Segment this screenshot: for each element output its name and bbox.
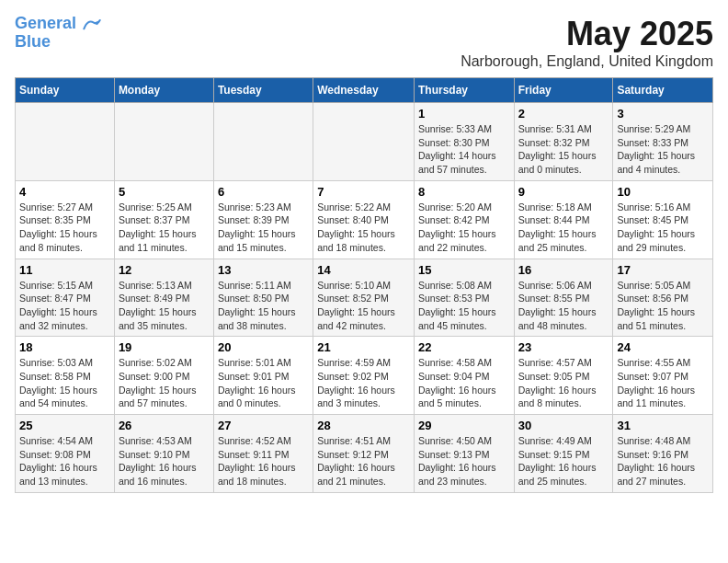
day-info: Sunrise: 4:59 AMSunset: 9:02 PMDaylight:… bbox=[317, 356, 410, 410]
calendar-cell: 8Sunrise: 5:20 AMSunset: 8:42 PMDaylight… bbox=[414, 180, 514, 259]
calendar-cell: 22Sunrise: 4:58 AMSunset: 9:04 PMDayligh… bbox=[414, 337, 514, 415]
day-info: Sunrise: 4:50 AMSunset: 9:13 PMDaylight:… bbox=[418, 434, 510, 488]
calendar-body: 1Sunrise: 5:33 AMSunset: 8:30 PMDaylight… bbox=[16, 103, 713, 493]
calendar-cell: 2Sunrise: 5:31 AMSunset: 8:32 PMDaylight… bbox=[514, 103, 613, 181]
calendar-cell bbox=[114, 103, 213, 181]
week-row-1: 1Sunrise: 5:33 AMSunset: 8:30 PMDaylight… bbox=[16, 103, 713, 181]
day-header-tuesday: Tuesday bbox=[213, 78, 313, 103]
day-header-thursday: Thursday bbox=[414, 78, 514, 103]
calendar-cell: 31Sunrise: 4:48 AMSunset: 9:16 PMDayligh… bbox=[613, 415, 713, 493]
day-info: Sunrise: 5:08 AMSunset: 8:53 PMDaylight:… bbox=[418, 279, 510, 333]
day-info: Sunrise: 5:33 AMSunset: 8:30 PMDaylight:… bbox=[418, 122, 510, 177]
calendar-cell: 1Sunrise: 5:33 AMSunset: 8:30 PMDaylight… bbox=[414, 103, 514, 181]
day-info: Sunrise: 5:23 AMSunset: 8:39 PMDaylight:… bbox=[218, 201, 309, 255]
week-row-5: 25Sunrise: 4:54 AMSunset: 9:08 PMDayligh… bbox=[16, 415, 713, 493]
day-info: Sunrise: 5:22 AMSunset: 8:40 PMDaylight:… bbox=[317, 201, 410, 255]
day-info: Sunrise: 5:02 AMSunset: 9:00 PMDaylight:… bbox=[119, 356, 210, 410]
day-number: 16 bbox=[518, 263, 609, 277]
day-info: Sunrise: 4:53 AMSunset: 9:10 PMDaylight:… bbox=[119, 434, 210, 488]
calendar-cell: 20Sunrise: 5:01 AMSunset: 9:01 PMDayligh… bbox=[213, 337, 313, 415]
day-header-saturday: Saturday bbox=[613, 78, 713, 103]
day-info: Sunrise: 5:13 AMSunset: 8:49 PMDaylight:… bbox=[119, 279, 210, 333]
day-header-monday: Monday bbox=[114, 78, 213, 103]
day-number: 14 bbox=[317, 263, 410, 277]
day-info: Sunrise: 5:20 AMSunset: 8:42 PMDaylight:… bbox=[418, 201, 510, 255]
calendar-cell: 12Sunrise: 5:13 AMSunset: 8:49 PMDayligh… bbox=[114, 259, 213, 337]
calendar-cell: 7Sunrise: 5:22 AMSunset: 8:40 PMDaylight… bbox=[313, 180, 415, 259]
day-number: 23 bbox=[518, 340, 609, 354]
calendar-cell: 11Sunrise: 5:15 AMSunset: 8:47 PMDayligh… bbox=[16, 259, 115, 337]
calendar-cell: 17Sunrise: 5:05 AMSunset: 8:56 PMDayligh… bbox=[613, 259, 713, 337]
title-section: May 2025 Narborough, England, United Kin… bbox=[461, 15, 713, 70]
calendar-cell bbox=[213, 103, 313, 181]
day-info: Sunrise: 4:55 AMSunset: 9:07 PMDaylight:… bbox=[617, 356, 709, 410]
calendar-cell: 6Sunrise: 5:23 AMSunset: 8:39 PMDaylight… bbox=[213, 180, 313, 259]
day-number: 15 bbox=[418, 263, 510, 277]
day-number: 4 bbox=[19, 185, 110, 199]
day-number: 27 bbox=[218, 419, 309, 432]
calendar-cell: 3Sunrise: 5:29 AMSunset: 8:33 PMDaylight… bbox=[613, 103, 713, 181]
day-number: 3 bbox=[617, 107, 709, 121]
calendar-cell: 19Sunrise: 5:02 AMSunset: 9:00 PMDayligh… bbox=[114, 337, 213, 415]
calendar-cell: 23Sunrise: 4:57 AMSunset: 9:05 PMDayligh… bbox=[514, 337, 613, 415]
calendar-cell: 4Sunrise: 5:27 AMSunset: 8:35 PMDaylight… bbox=[16, 180, 115, 259]
logo: General Blue bbox=[15, 15, 101, 52]
calendar-cell: 16Sunrise: 5:06 AMSunset: 8:55 PMDayligh… bbox=[514, 259, 613, 337]
day-number: 12 bbox=[119, 263, 210, 277]
day-number: 8 bbox=[418, 185, 510, 199]
day-header-sunday: Sunday bbox=[16, 78, 115, 103]
day-number: 11 bbox=[19, 263, 110, 277]
calendar-cell bbox=[16, 103, 115, 181]
day-number: 19 bbox=[119, 340, 210, 354]
week-row-2: 4Sunrise: 5:27 AMSunset: 8:35 PMDaylight… bbox=[16, 180, 713, 259]
calendar-cell: 9Sunrise: 5:18 AMSunset: 8:44 PMDaylight… bbox=[514, 180, 613, 259]
week-row-4: 18Sunrise: 5:03 AMSunset: 8:58 PMDayligh… bbox=[16, 337, 713, 415]
day-info: Sunrise: 4:49 AMSunset: 9:15 PMDaylight:… bbox=[518, 434, 609, 488]
calendar-cell: 28Sunrise: 4:51 AMSunset: 9:12 PMDayligh… bbox=[313, 415, 415, 493]
day-number: 30 bbox=[518, 419, 609, 432]
day-info: Sunrise: 5:15 AMSunset: 8:47 PMDaylight:… bbox=[19, 279, 110, 333]
day-info: Sunrise: 5:01 AMSunset: 9:01 PMDaylight:… bbox=[218, 356, 309, 410]
day-number: 13 bbox=[218, 263, 309, 277]
day-info: Sunrise: 5:05 AMSunset: 8:56 PMDaylight:… bbox=[617, 279, 709, 333]
calendar-header-row: SundayMondayTuesdayWednesdayThursdayFrid… bbox=[16, 78, 713, 103]
calendar-cell: 5Sunrise: 5:25 AMSunset: 8:37 PMDaylight… bbox=[114, 180, 213, 259]
week-row-3: 11Sunrise: 5:15 AMSunset: 8:47 PMDayligh… bbox=[16, 259, 713, 337]
calendar-cell bbox=[313, 103, 415, 181]
calendar-cell: 14Sunrise: 5:10 AMSunset: 8:52 PMDayligh… bbox=[313, 259, 415, 337]
day-number: 29 bbox=[418, 419, 510, 432]
calendar-cell: 26Sunrise: 4:53 AMSunset: 9:10 PMDayligh… bbox=[114, 415, 213, 493]
day-number: 26 bbox=[119, 419, 210, 432]
day-header-friday: Friday bbox=[514, 78, 613, 103]
day-info: Sunrise: 4:54 AMSunset: 9:08 PMDaylight:… bbox=[19, 434, 110, 488]
calendar-cell: 30Sunrise: 4:49 AMSunset: 9:15 PMDayligh… bbox=[514, 415, 613, 493]
calendar-cell: 21Sunrise: 4:59 AMSunset: 9:02 PMDayligh… bbox=[313, 337, 415, 415]
day-info: Sunrise: 5:03 AMSunset: 8:58 PMDaylight:… bbox=[19, 356, 110, 410]
calendar-cell: 18Sunrise: 5:03 AMSunset: 8:58 PMDayligh… bbox=[16, 337, 115, 415]
day-number: 20 bbox=[218, 340, 309, 354]
day-info: Sunrise: 5:31 AMSunset: 8:32 PMDaylight:… bbox=[518, 122, 609, 177]
day-number: 22 bbox=[418, 340, 510, 354]
calendar-cell: 25Sunrise: 4:54 AMSunset: 9:08 PMDayligh… bbox=[16, 415, 115, 493]
main-title: May 2025 bbox=[461, 15, 713, 53]
day-info: Sunrise: 4:52 AMSunset: 9:11 PMDaylight:… bbox=[218, 434, 309, 488]
calendar-table: SundayMondayTuesdayWednesdayThursdayFrid… bbox=[15, 77, 713, 493]
day-info: Sunrise: 5:25 AMSunset: 8:37 PMDaylight:… bbox=[119, 201, 210, 255]
logo-blue: Blue bbox=[15, 33, 101, 52]
day-info: Sunrise: 4:57 AMSunset: 9:05 PMDaylight:… bbox=[518, 356, 609, 410]
day-number: 1 bbox=[418, 107, 510, 121]
day-info: Sunrise: 5:29 AMSunset: 8:33 PMDaylight:… bbox=[617, 122, 709, 177]
day-header-wednesday: Wednesday bbox=[313, 78, 415, 103]
calendar-cell: 24Sunrise: 4:55 AMSunset: 9:07 PMDayligh… bbox=[613, 337, 713, 415]
day-info: Sunrise: 4:58 AMSunset: 9:04 PMDaylight:… bbox=[418, 356, 510, 410]
day-info: Sunrise: 5:18 AMSunset: 8:44 PMDaylight:… bbox=[518, 201, 609, 255]
day-number: 9 bbox=[518, 185, 609, 199]
subtitle: Narborough, England, United Kingdom bbox=[461, 53, 713, 70]
day-number: 28 bbox=[317, 419, 410, 432]
day-info: Sunrise: 5:27 AMSunset: 8:35 PMDaylight:… bbox=[19, 201, 110, 255]
calendar-cell: 27Sunrise: 4:52 AMSunset: 9:11 PMDayligh… bbox=[213, 415, 313, 493]
calendar-cell: 29Sunrise: 4:50 AMSunset: 9:13 PMDayligh… bbox=[414, 415, 514, 493]
day-info: Sunrise: 5:16 AMSunset: 8:45 PMDaylight:… bbox=[617, 201, 709, 255]
day-info: Sunrise: 5:11 AMSunset: 8:50 PMDaylight:… bbox=[218, 279, 309, 333]
day-number: 6 bbox=[218, 185, 309, 199]
